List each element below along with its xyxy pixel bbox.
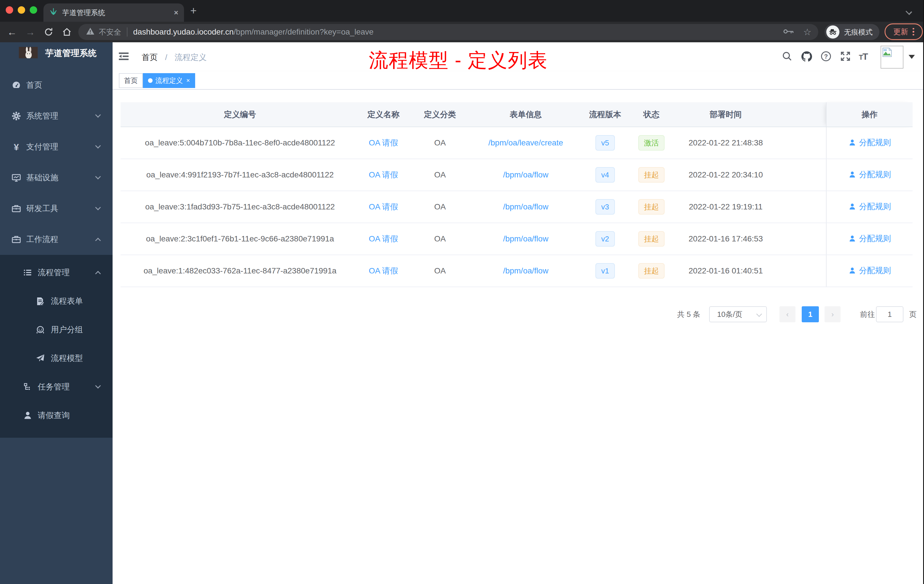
tab-search-chevron-icon[interactable]	[906, 8, 912, 15]
yen-icon: ¥	[12, 142, 21, 152]
sidebar-item-工作流程[interactable]: 工作流程	[0, 224, 112, 255]
avatar[interactable]	[881, 46, 903, 69]
current-page-button[interactable]: 1	[802, 306, 819, 322]
user-icon	[848, 171, 856, 178]
security-label[interactable]: 不安全	[99, 27, 121, 37]
filler-cell	[780, 127, 826, 159]
sidebar-item-流程模型[interactable]: 流程模型	[0, 344, 112, 373]
reload-button[interactable]	[41, 22, 56, 42]
sidebar-item-系统管理[interactable]: 系统管理	[0, 101, 112, 132]
new-tab-button[interactable]: +	[190, 5, 196, 17]
definition-name-link[interactable]: OA 请假	[369, 266, 398, 275]
window-zoom-button[interactable]	[30, 6, 37, 14]
filler-cell	[780, 223, 826, 255]
assign-rule-link[interactable]: 分配规则	[848, 265, 891, 276]
sidebar-item-首页[interactable]: 首页	[0, 70, 112, 101]
sidebar-menu: 首页系统管理¥支付管理基础设施研发工具工作流程流程管理流程表单用户分组流程模型任…	[0, 70, 112, 438]
browser-tab[interactable]: 芋道管理系统 ×	[43, 3, 184, 22]
form-info-link[interactable]: /bpm/oa/flow	[503, 202, 549, 211]
security-warning-icon[interactable]	[86, 28, 94, 36]
font-size-icon[interactable]: TT	[859, 51, 868, 62]
window-close-button[interactable]	[6, 6, 13, 14]
search-icon[interactable]	[782, 51, 792, 64]
home-button[interactable]	[59, 22, 74, 42]
assign-rule-link[interactable]: 分配规则	[848, 169, 891, 180]
assign-rule-link[interactable]: 分配规则	[848, 233, 891, 244]
url-text[interactable]: dashboard.yudao.iocoder.cn/bpm/manager/d…	[133, 27, 373, 36]
bookmark-star-icon[interactable]: ☆	[803, 26, 812, 38]
tab-close-icon[interactable]: ×	[174, 8, 178, 17]
version-badge[interactable]: v1	[596, 263, 615, 279]
sidebar-item-基础设施[interactable]: 基础设施	[0, 162, 112, 193]
table-row: oa_leave:3:1fad3d93-7b75-11ec-a3c8-acde4…	[120, 191, 912, 223]
goto-label: 前往	[860, 306, 875, 322]
assign-rule-link[interactable]: 分配规则	[848, 201, 891, 212]
definition-category: OA	[408, 159, 473, 191]
forward-button[interactable]: →	[23, 22, 38, 42]
sidebar-item-label: 请假查询	[38, 410, 70, 421]
github-icon[interactable]	[800, 51, 813, 64]
avatar-dropdown-caret[interactable]	[909, 55, 915, 59]
url-separator	[127, 27, 127, 36]
sidebar-item-流程表单[interactable]: 流程表单	[0, 287, 112, 315]
hamburger-icon[interactable]	[118, 51, 129, 64]
version-badge[interactable]: v4	[596, 167, 615, 183]
page-size-select[interactable]: 10条/页	[709, 306, 767, 322]
form-info-link[interactable]: /bpm/oa/flow	[503, 266, 549, 275]
sidebar-item-用户分组[interactable]: 用户分组	[0, 315, 112, 344]
back-button[interactable]: ←	[5, 22, 20, 42]
screenshot-root: 芋道管理系统 × + ← → 不安全 dashboard.yudao.iocod…	[0, 0, 924, 584]
status-badge: 挂起	[638, 199, 665, 214]
sidebar-item-请假查询[interactable]: 请假查询	[0, 401, 112, 430]
sidebar-logo[interactable]: 芋道管理系统	[0, 42, 112, 70]
sidebar-item-label: 用户分组	[51, 324, 83, 335]
sidebar-item-支付管理[interactable]: ¥支付管理	[0, 132, 112, 162]
window-minimize-button[interactable]	[18, 6, 25, 14]
prev-page-button[interactable]: ‹	[779, 306, 795, 322]
version-badge[interactable]: v3	[596, 199, 615, 214]
definition-category: OA	[408, 223, 473, 255]
version-badge[interactable]: v2	[596, 231, 615, 247]
browser-update-button[interactable]: 更新	[884, 23, 923, 40]
sidebar-item-label: 流程表单	[51, 296, 83, 307]
list-icon	[23, 268, 33, 277]
fullscreen-icon[interactable]	[840, 51, 851, 64]
user-icon	[848, 139, 856, 147]
tags-view-bar: 首页 流程定义 ×	[112, 71, 924, 90]
sidebar-item-研发工具[interactable]: 研发工具	[0, 193, 112, 224]
tag-home[interactable]: 首页	[119, 73, 143, 88]
next-page-button[interactable]: ›	[825, 306, 841, 322]
tag-close-icon[interactable]: ×	[186, 77, 190, 84]
users-icon	[35, 325, 45, 335]
sidebar-item-任务管理[interactable]: 任务管理	[0, 373, 112, 401]
form-info-link[interactable]: /bpm/oa/flow	[503, 170, 549, 179]
help-icon[interactable]: ?	[820, 51, 832, 64]
form-info-link[interactable]: /bpm/oa/flow	[503, 234, 549, 243]
breadcrumb-home[interactable]: 首页	[142, 53, 158, 62]
sidebar-submenu: 流程管理流程表单用户分组流程模型任务管理请假查询	[0, 255, 112, 438]
tag-current[interactable]: 流程定义 ×	[143, 73, 195, 88]
definition-name-link[interactable]: OA 请假	[369, 202, 398, 211]
chevron-down-icon	[95, 143, 101, 148]
definition-name-link[interactable]: OA 请假	[369, 234, 398, 243]
table-header-row: 定义编号 定义名称 定义分类 表单信息 流程版本 状态 部署时间 操作	[120, 102, 912, 127]
definition-category: OA	[408, 255, 473, 287]
sidebar-item-流程管理[interactable]: 流程管理	[0, 258, 112, 287]
password-key-icon[interactable]	[783, 28, 794, 36]
goto-page-input[interactable]: 1	[876, 306, 903, 322]
deploy-time: 2022-01-22 20:34:10	[672, 159, 780, 191]
deploy-time: 2022-01-16 17:46:53	[672, 223, 780, 255]
app-header: 首页 / 流程定义 流程模型 - 定义列表 ? TT	[112, 42, 924, 71]
form-info-link[interactable]: /bpm/oa/leave/create	[488, 138, 563, 147]
tasks-icon	[23, 382, 33, 392]
definition-id: oa_leave:5:004b710b-7b8a-11ec-8ef0-acde4…	[120, 127, 360, 159]
status-badge: 挂起	[638, 263, 665, 279]
assign-rule-link[interactable]: 分配规则	[848, 137, 891, 148]
address-bar[interactable]: 不安全 dashboard.yudao.iocoder.cn/bpm/manag…	[78, 24, 818, 40]
definition-name-link[interactable]: OA 请假	[369, 138, 398, 147]
table-row: oa_leave:4:991f2193-7b7f-11ec-a3c8-acde4…	[120, 159, 912, 191]
definition-name-link[interactable]: OA 请假	[369, 170, 398, 179]
plane-icon	[35, 353, 45, 363]
version-badge[interactable]: v5	[596, 135, 615, 150]
browser-menu-icon[interactable]	[912, 28, 914, 35]
